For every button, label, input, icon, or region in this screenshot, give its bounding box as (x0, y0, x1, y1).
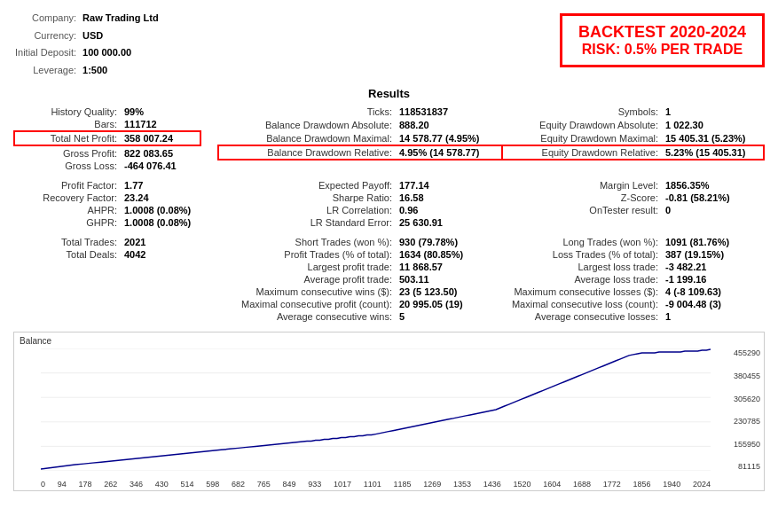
bal-dd-rel-value: 4.95% (14 578.77) (396, 145, 484, 160)
x-label-6: 514 (180, 480, 193, 489)
x-label-11: 933 (308, 480, 321, 489)
history-quality-label: History Quality: (14, 106, 121, 118)
avg-loss-value: -1 199.16 (662, 273, 764, 286)
eq-dd-abs-label: Equity Drawdown Absolute: (502, 118, 662, 131)
backtest-box: BACKTEST 2020-2024 RISK: 0.5% PER TRADE (560, 13, 765, 67)
chart-label: Balance (20, 336, 51, 346)
leverage-value: 1:500 (83, 63, 159, 79)
ghpr-value: 1.0008 (0.08%) (121, 216, 200, 229)
short-trades-value: 930 (79.78%) (396, 236, 484, 248)
x-label-13: 1101 (364, 480, 381, 489)
x-label-16: 1353 (453, 480, 471, 489)
backtest-line2: RISK: 0.5% PER TRADE (578, 42, 746, 58)
avg-loss-label: Average loss trade: (502, 273, 662, 286)
z-score-value: -0.81 (58.21%) (662, 192, 764, 204)
max-consec-losses-value: 4 (-8 109.63) (662, 286, 764, 298)
backtest-line1: BACKTEST 2020-2024 (578, 23, 746, 42)
company-value: Raw Trading Ltd (83, 11, 159, 27)
leverage-label: Leverage: (15, 63, 81, 79)
margin-level-label: Margin Level: (502, 179, 662, 192)
avg-consec-wins-label: Average consecutive wins: (218, 310, 396, 323)
lr-std-error-value: 25 630.91 (396, 216, 484, 229)
margin-level-value: 1856.35% (662, 179, 764, 192)
total-net-profit-label: Total Net Profit: (14, 131, 121, 145)
recovery-factor-label: Recovery Factor: (14, 192, 121, 204)
bal-dd-abs-label: Balance Drawdown Absolute: (218, 118, 396, 131)
avg-consec-losses-label: Average consecutive losses: (502, 310, 662, 323)
max-consec-losses-label: Maximum consecutive losses ($): (502, 286, 662, 298)
lr-std-error-label: LR Standard Error: (218, 216, 396, 229)
chart-svg (41, 348, 711, 471)
x-label-20: 1688 (573, 480, 591, 489)
lr-corr-label: LR Correlation: (218, 204, 396, 216)
x-label-1: 94 (58, 480, 67, 489)
sharpe-ratio-value: 16.58 (396, 192, 484, 204)
y-label-0: 81115 (734, 462, 760, 471)
ontester-value: 0 (662, 204, 764, 216)
history-quality-value: 99% (121, 106, 200, 118)
company-info: Company: Raw Trading Ltd Currency: USD I… (13, 9, 161, 80)
long-trades-value: 1091 (81.76%) (662, 236, 764, 248)
symbols-label: Symbols: (502, 106, 662, 118)
x-label-18: 1520 (513, 480, 530, 489)
ahpr-label: AHPR: (14, 204, 121, 216)
bars-label: Bars: (14, 118, 121, 131)
y-axis-labels: 455290 380455 305620 230785 155950 81115 (734, 348, 760, 471)
sharpe-ratio-label: Sharpe Ratio: (218, 192, 396, 204)
x-label-14: 1185 (393, 480, 411, 489)
bal-dd-max-value: 14 578.77 (4.95%) (396, 131, 484, 145)
eq-dd-rel-value: 5.23% (15 405.31) (662, 145, 764, 160)
x-label-0: 0 (41, 480, 45, 489)
x-label-23: 1940 (663, 480, 680, 489)
maximal-consec-loss-label: Maximal consecutive loss (count): (502, 298, 662, 310)
chart-container: Balance 455290 380455 305620 230785 1559… (13, 332, 765, 491)
gross-profit-value: 822 083.65 (121, 145, 200, 160)
ghpr-label: GHPR: (14, 216, 121, 229)
x-label-21: 1772 (603, 480, 621, 489)
maximal-consec-profit-value: 20 995.05 (19) (396, 298, 484, 310)
y-label-4: 380455 (734, 372, 760, 380)
profit-factor-label: Profit Factor: (14, 179, 121, 192)
results-title: Results (13, 87, 765, 100)
recovery-factor-value: 23.24 (121, 192, 200, 204)
ticks-label: Ticks: (218, 106, 396, 118)
y-label-5: 455290 (734, 348, 760, 357)
largest-profit-value: 11 868.57 (396, 261, 484, 273)
symbols-value: 1 (662, 106, 764, 118)
x-label-17: 1436 (483, 480, 501, 489)
x-label-22: 1856 (633, 480, 650, 489)
chart-area (41, 348, 711, 471)
x-label-15: 1269 (423, 480, 441, 489)
x-axis-labels: 0 94 178 262 346 430 514 598 682 765 849… (41, 480, 711, 489)
expected-payoff-label: Expected Payoff: (218, 179, 396, 192)
y-label-1: 155950 (734, 440, 760, 449)
deposit-value: 100 000.00 (83, 45, 159, 61)
lr-corr-value: 0.96 (396, 204, 484, 216)
profit-trades-label: Profit Trades (% of total): (218, 248, 396, 261)
total-trades-value: 2021 (121, 236, 200, 248)
maximal-consec-profit-label: Maximal consecutive profit (count): (218, 298, 396, 310)
gross-profit-label: Gross Profit: (14, 145, 121, 160)
y-label-3: 305620 (734, 395, 760, 403)
loss-trades-label: Loss Trades (% of total): (502, 248, 662, 261)
short-trades-label: Short Trades (won %): (218, 236, 396, 248)
total-net-profit-value: 358 007.24 (121, 131, 200, 145)
maximal-consec-loss-value: -9 004.48 (3) (662, 298, 764, 310)
eq-dd-abs-value: 1 022.30 (662, 118, 764, 131)
ahpr-value: 1.0008 (0.08%) (121, 204, 200, 216)
total-trades-label: Total Trades: (14, 236, 121, 248)
max-consec-wins-value: 23 (5 123.50) (396, 286, 484, 298)
x-label-24: 2024 (693, 480, 711, 489)
avg-consec-wins-value: 5 (396, 310, 484, 323)
currency-label: Currency: (15, 28, 81, 44)
x-label-10: 849 (282, 480, 295, 489)
ontester-label: OnTester result: (502, 204, 662, 216)
eq-dd-rel-label: Equity Drawdown Relative: (502, 145, 662, 160)
expected-payoff-value: 177.14 (396, 179, 484, 192)
eq-dd-max-value: 15 405.31 (5.23%) (662, 131, 764, 145)
deposit-label: Initial Deposit: (15, 45, 81, 61)
company-label: Company: (15, 11, 81, 27)
bars-value: 111712 (121, 118, 200, 131)
max-consec-wins-label: Maximum consecutive wins ($): (218, 286, 396, 298)
loss-trades-value: 387 (19.15%) (662, 248, 764, 261)
